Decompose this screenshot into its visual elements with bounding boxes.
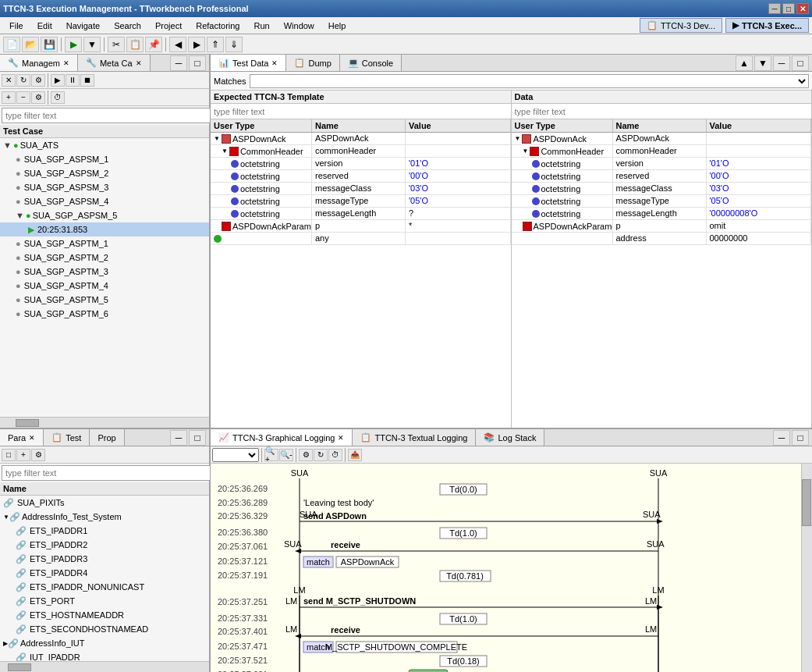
table-row[interactable]: octetstring messageType '05'O [512,195,812,208]
panel-min[interactable]: ─ [170,55,187,71]
menu-window[interactable]: Window [278,20,321,32]
tool3[interactable]: 📌 [145,37,162,52]
lt2-btn4[interactable]: ⏱ [51,91,65,104]
lt-btn3[interactable]: ⚙ [31,74,45,87]
table-row[interactable]: ▼ CommonHeader commonHeader [211,145,511,158]
tree-item-suapixits[interactable]: 🔗 SUA_PIXITs [0,496,209,510]
table-row[interactable]: octetstring version '01'O [211,158,511,170]
expand-icon[interactable]: ▼ [214,135,220,142]
tree-item-ipaddr4[interactable]: 🔗 ETS_IPADDR4 [0,566,209,580]
menu-run[interactable]: Run [248,20,276,32]
table-row[interactable]: ▼ ASPDownAck ASPDownAck [211,133,511,145]
table-row[interactable]: ▼ CommonHeader commonHeader [512,145,812,158]
table-row[interactable]: octetstring reserved '00'O [512,170,812,183]
menu-project[interactable]: Project [149,20,188,32]
nav3[interactable]: ⇑ [207,37,224,52]
tool1[interactable]: ✂ [108,37,125,52]
log-btn2[interactable]: ↻ [314,449,328,461]
expand-icon[interactable]: ▼ [222,148,228,155]
tree-item-sgp5[interactable]: ▼ ● SUA_SGP_ASPSM_5 [0,208,209,222]
blt-btn2[interactable]: + [16,449,30,461]
tree-item-addrinfo-iut[interactable]: ▶ 🔗 AddressInfo_IUT [0,636,209,650]
tab-dump[interactable]: 📋 Dump [286,55,339,71]
bl-scrollbar-thumb[interactable] [8,663,31,671]
run-options[interactable]: ▼ [83,37,101,52]
tab-metaca[interactable]: 🔧 Meta Ca ✕ [78,55,151,71]
maximize-button[interactable]: □ [782,3,795,14]
v-scrollbar[interactable] [801,464,812,672]
log-zoom-in[interactable]: 🔍+ [264,449,278,461]
lt2-btn3[interactable]: ⚙ [31,91,45,104]
tree-item-sgtm4[interactable]: ● SUA_SGP_ASPTM_4 [0,279,209,293]
testdata-close[interactable]: ✕ [271,59,278,67]
metaca-close[interactable]: ✕ [136,59,142,67]
table-row[interactable]: octetstring messageLength ? [211,208,511,220]
h-scrollbar[interactable] [0,417,209,428]
expand-icon[interactable]: ▼ [3,514,9,521]
blp-min[interactable]: ─ [170,430,187,446]
tree-item-ipaddr3[interactable]: 🔗 ETS_IPADDR3 [0,552,209,566]
table-row[interactable]: address 00000000 [512,233,812,245]
table-row[interactable]: octetstring reserved '00'O [211,170,511,183]
graphical-log-area[interactable]: SUA SUA 20:25:36.269 Td(0.0) 20:25:36.28… [211,464,812,672]
expand-icon[interactable]: ▼ [3,140,12,150]
lt-btn2[interactable]: ↻ [16,74,30,87]
lt-btn4[interactable]: ▶ [51,74,65,87]
log-filter-dropdown[interactable] [212,448,259,462]
blt-btn3[interactable]: ⚙ [31,449,45,461]
tab-graphical-logging[interactable]: 📈 TTCN-3 Graphical Logging ✕ [211,429,353,446]
table-row[interactable]: ▼ ASPDownAck ASPDownAck [512,133,812,145]
forward-button[interactable]: ▶ [188,37,205,52]
tree-item-sgtm3[interactable]: ● SUA_SGP_ASPTM_3 [0,265,209,279]
run-button[interactable]: ▶ [65,37,82,52]
tree-item-running[interactable]: ▶ 20:25:31.853 [0,222,209,236]
left-filter-input[interactable] [2,108,211,123]
tab-test[interactable]: 📋 Test [44,429,90,446]
tree-item-ipaddr2[interactable]: 🔗 ETS_IPADDR2 [0,538,209,552]
blt-btn1[interactable]: □ [2,449,16,461]
expand-icon[interactable]: ▼ [16,211,25,220]
tab-textual-logging[interactable]: 📋 TTCN-3 Textual Logging [353,429,476,446]
lt-btn6[interactable]: ⏹ [80,74,94,87]
expand-icon[interactable]: ▼ [515,135,521,142]
table-row[interactable]: octetstring messageType '05'O [211,195,511,208]
tool2[interactable]: 📋 [126,37,144,52]
h-scrollbar-thumb[interactable] [16,419,39,427]
log-zoom-out[interactable]: 🔍- [279,449,293,461]
tree-item-iut-ipaddr[interactable]: 🔗 IUT_IPADDR [0,650,209,661]
table-row[interactable]: octetstring version '01'O [512,158,812,170]
tree-item-addrtest[interactable]: ▼ 🔗 AddressInfo_Test_System [0,510,209,524]
open-button[interactable]: 📂 [22,37,39,52]
tree-item-sgtm6[interactable]: ● SUA_SGP_ASPTM_6 [0,307,209,321]
tree-item-sgp4[interactable]: ● SUA_SGP_ASPSM_4 [0,194,209,208]
tree-item-sua-ats[interactable]: ▼ ● SUA_ATS [0,138,209,152]
tab-console[interactable]: 💻 Console [340,55,402,71]
tree-item-sgtm5[interactable]: ● SUA_SGP_ASPTM_5 [0,293,209,307]
v-scrollbar-thumb[interactable] [802,479,811,526]
table-row[interactable]: ASPDownAckParamet p * [211,220,511,233]
lt-btn5[interactable]: ⏸ [66,74,80,87]
template-filter[interactable] [211,104,511,119]
nav4[interactable]: ⇓ [225,37,243,52]
tree-item-sgp1[interactable]: ● SUA_SGP_ASPSM_1 [0,152,209,166]
table-row[interactable]: ASPDownAckParamet p omit [512,220,812,233]
tab-prop[interactable]: Prop [90,429,124,446]
lt2-btn1[interactable]: + [2,91,16,104]
data-filter[interactable] [512,104,812,119]
tab-logstack[interactable]: 📚 Log Stack [476,429,544,446]
rp-max[interactable]: □ [792,55,809,71]
menu-edit[interactable]: Edit [31,20,59,32]
menu-search[interactable]: Search [108,20,147,32]
bottom-left-filter[interactable] [2,465,211,481]
manage-close[interactable]: ✕ [63,59,69,67]
menu-navigate[interactable]: Navigate [60,20,106,32]
log-export[interactable]: 📤 [348,449,362,461]
tree-item-sgtm2[interactable]: ● SUA_SGP_ASPTM_2 [0,251,209,265]
rp-min[interactable]: ─ [773,55,790,71]
lt-btn1[interactable]: ✕ [2,74,16,87]
back-button[interactable]: ◀ [169,37,186,52]
close-button[interactable]: ✕ [796,3,809,14]
rp-nav2[interactable]: ▼ [754,55,771,71]
tab-para[interactable]: Para ✕ [0,429,44,446]
para-close[interactable]: ✕ [29,434,35,442]
